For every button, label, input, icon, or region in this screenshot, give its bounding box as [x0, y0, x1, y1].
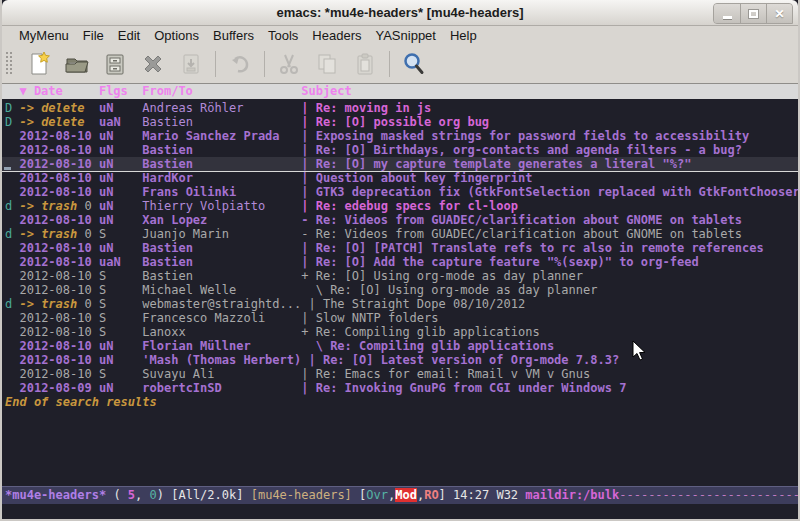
- cut-scissors-icon: [276, 51, 302, 77]
- message-row[interactable]: 2012-08-10 uN Frans Oilinki | GTK3 depre…: [2, 185, 798, 199]
- copy-button[interactable]: [308, 48, 346, 80]
- modeline-segment-teal: 0: [150, 488, 157, 502]
- modeline-segment-plain: ]: [439, 488, 453, 502]
- cut-button[interactable]: [270, 48, 308, 80]
- menu-bar: MyMenuFileEditOptionsBuffersToolsHeaders…: [2, 26, 798, 45]
- modeline-segment-maildir: maildir:/bulk: [525, 488, 619, 502]
- emacs-window: emacs: *mu4e-headers* [mu4e-headers] ✕ M…: [0, 0, 800, 521]
- message-row[interactable]: 2012-08-10 uN Bastien | Re: [O] [PATCH] …: [2, 241, 798, 255]
- modeline-segment-pink: 5: [128, 488, 135, 502]
- open-folder-icon: [64, 51, 90, 77]
- save-button[interactable]: [96, 48, 134, 80]
- message-row[interactable]: 2012-08-10 uN HardKor | Question about k…: [2, 171, 798, 185]
- message-row[interactable]: 2012-08-10 uN Xan Lopez - Re: Videos fro…: [2, 213, 798, 227]
- new-file-icon: [26, 51, 52, 77]
- message-row[interactable]: 2012-08-10 S Michael Welle \ Re: [O] Usi…: [2, 283, 798, 297]
- message-row[interactable]: d -> trash 0 S webmaster@straightd... | …: [2, 297, 798, 311]
- close-x-icon: [140, 51, 166, 77]
- maximize-button[interactable]: [740, 4, 766, 23]
- minimize-icon: [723, 16, 732, 19]
- message-row[interactable]: 2012-08-10 uN 'Mash (Thomas Herbert) | R…: [2, 353, 798, 367]
- message-row[interactable]: 2012-08-10 S Lanoxx + Re: Compiling glib…: [2, 325, 798, 339]
- message-row-current[interactable]: 2012-08-10 uN Bastien | Re: [O] my captu…: [2, 157, 798, 171]
- toolbar-separator: [264, 51, 265, 77]
- modeline-segment-plain: [All/2.0k]: [171, 488, 250, 502]
- toolbar-separator: [389, 51, 390, 77]
- search-icon: [401, 51, 427, 77]
- undo-button[interactable]: [221, 48, 259, 80]
- close-buffer-button[interactable]: [134, 48, 172, 80]
- save-as-icon: [178, 51, 204, 77]
- message-row[interactable]: 2012-08-10 uaN Bastien | Re: [O] Add the…: [2, 255, 798, 269]
- message-row[interactable]: 2012-08-10 uN Mario Sanchez Prada | Expo…: [2, 129, 798, 143]
- modeline-segment-buffer: *mu4e-headers*: [5, 488, 106, 502]
- message-row[interactable]: 2012-08-09 uN robertcInSD | Re: Invoking…: [2, 381, 798, 395]
- message-row[interactable]: d -> trash 0 uN Thierry Volpiatto | Re: …: [2, 199, 798, 213]
- modeline-segment-plain: ,: [135, 488, 149, 502]
- echo-area[interactable]: [2, 504, 798, 519]
- titlebar[interactable]: emacs: *mu4e-headers* [mu4e-headers] ✕: [2, 0, 798, 26]
- save-as-button[interactable]: [172, 48, 210, 80]
- minimize-button[interactable]: [714, 4, 740, 23]
- maximize-icon: [749, 10, 758, 18]
- menu-item-file[interactable]: File: [76, 28, 111, 43]
- window-title: emacs: *mu4e-headers* [mu4e-headers]: [276, 5, 523, 20]
- message-row[interactable]: 2012-08-10 uN Bastien | Re: [O] Birthday…: [2, 143, 798, 157]
- mu4e-headers-buffer[interactable]: D -> delete uN Andreas Röhler | Re: movi…: [2, 99, 798, 486]
- text-cursor: [4, 167, 11, 170]
- menu-item-edit[interactable]: Edit: [111, 28, 147, 43]
- modeline-segment-teal: Ovr: [366, 488, 388, 502]
- modeline-segment-tan: [mu4e-headers]: [251, 488, 359, 502]
- menu-item-buffers[interactable]: Buffers: [206, 28, 261, 43]
- mode-line[interactable]: *mu4e-headers* ( 5, 0) [All/2.0k] [mu4e-…: [2, 486, 798, 504]
- toolbar-grip[interactable]: [6, 50, 14, 78]
- open-file-button[interactable]: [58, 48, 96, 80]
- toolbar: [2, 45, 798, 84]
- message-row[interactable]: D -> delete uaN Bastien | Re: [O] possib…: [2, 115, 798, 129]
- menu-item-help[interactable]: Help: [443, 28, 484, 43]
- paste-clipboard-icon: [352, 51, 378, 77]
- message-row[interactable]: D -> delete uN Andreas Röhler | Re: movi…: [2, 101, 798, 115]
- modeline-segment-plain: (: [106, 488, 128, 502]
- search-button[interactable]: [395, 48, 433, 80]
- window-controls: ✕: [713, 3, 793, 24]
- toolbar-separator: [215, 51, 216, 77]
- menu-item-mymenu[interactable]: MyMenu: [12, 28, 76, 43]
- close-icon: ✕: [774, 7, 784, 21]
- menu-item-headers[interactable]: Headers: [305, 28, 368, 43]
- modeline-segment-mod: Mod: [395, 488, 417, 502]
- modeline-segment-dashes: --------------------------: [619, 488, 798, 502]
- menu-item-yasnippet[interactable]: YASnippet: [368, 28, 442, 43]
- modeline-segment-plain: 14:27 W32: [453, 488, 525, 502]
- copy-icon: [314, 51, 340, 77]
- modeline-segment-ro: RO: [424, 488, 438, 502]
- message-row[interactable]: 2012-08-10 uN Florian Müllner \ Re: Comp…: [2, 339, 798, 353]
- menu-item-options[interactable]: Options: [147, 28, 206, 43]
- new-file-button[interactable]: [20, 48, 58, 80]
- headers-column-header[interactable]: ▼ Date Flgs From/To Subject: [2, 84, 798, 99]
- end-of-results-marker: End of search results: [2, 395, 798, 409]
- modeline-segment-plain: ): [157, 488, 171, 502]
- save-icon: [102, 51, 128, 77]
- message-row[interactable]: 2012-08-10 S Suvayu Ali | Re: Emacs for …: [2, 367, 798, 381]
- menu-item-tools[interactable]: Tools: [261, 28, 305, 43]
- message-row[interactable]: d -> trash 0 S Juanjo Marin - Re: Videos…: [2, 227, 798, 241]
- message-row[interactable]: 2012-08-10 S Bastien + Re: [O] Using org…: [2, 269, 798, 283]
- close-button[interactable]: ✕: [766, 4, 792, 23]
- message-row[interactable]: 2012-08-10 S Francesco Mazzoli | Slow NN…: [2, 311, 798, 325]
- undo-icon: [227, 51, 253, 77]
- paste-button[interactable]: [346, 48, 384, 80]
